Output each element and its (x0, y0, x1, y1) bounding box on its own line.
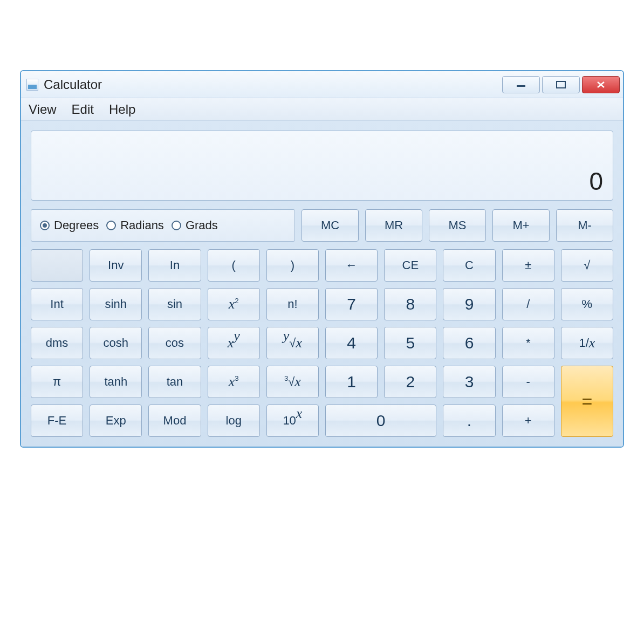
svg-rect-1 (557, 81, 565, 88)
log-button[interactable]: log (208, 405, 260, 437)
equals-button[interactable]: = (561, 366, 613, 437)
radio-icon (106, 221, 116, 230)
int-button[interactable]: Int (31, 288, 83, 320)
menu-help[interactable]: Help (109, 102, 135, 117)
ce-button[interactable]: CE (384, 249, 436, 282)
factorial-button[interactable]: n! (266, 288, 319, 320)
percent-button[interactable]: % (561, 288, 613, 320)
svg-rect-0 (517, 85, 525, 87)
mr-button[interactable]: MR (365, 209, 422, 242)
cosh-button[interactable]: cosh (90, 327, 142, 359)
c-button[interactable]: C (443, 249, 495, 282)
digit-4-button[interactable]: 4 (325, 327, 378, 359)
cube-root-button[interactable]: 3√x (266, 366, 319, 398)
radio-icon (172, 221, 181, 230)
x-power-y-button[interactable]: xy (208, 327, 260, 359)
reciprocal-button[interactable]: 1/x (561, 327, 613, 359)
backspace-button[interactable]: ← (325, 249, 378, 282)
tanh-button[interactable]: tanh (90, 366, 142, 398)
cos-button[interactable]: cos (148, 327, 201, 359)
decimal-button[interactable]: . (443, 405, 495, 437)
menu-edit[interactable]: Edit (72, 102, 94, 117)
sinh-button[interactable]: sinh (90, 288, 142, 320)
divide-button[interactable]: / (502, 288, 554, 320)
ten-power-x-button[interactable]: 10x (266, 405, 319, 437)
maximize-icon (556, 81, 566, 88)
digit-9-button[interactable]: 9 (443, 288, 495, 320)
display: 0 (31, 131, 613, 201)
minimize-icon (516, 82, 526, 87)
lparen-button[interactable]: ( (208, 249, 260, 282)
blank-button[interactable] (31, 249, 83, 282)
radio-radians[interactable]: Radians (106, 218, 164, 232)
radio-grads[interactable]: Grads (172, 218, 218, 232)
digit-5-button[interactable]: 5 (384, 327, 436, 359)
window-title: Calculator (44, 77, 502, 92)
exp-button[interactable]: Exp (90, 405, 142, 437)
mc-button[interactable]: MC (302, 209, 359, 242)
pi-button[interactable]: π (31, 366, 83, 398)
mplus-button[interactable]: M+ (492, 209, 550, 242)
mminus-button[interactable]: M- (556, 209, 613, 242)
subtract-button[interactable]: - (502, 366, 554, 398)
x-cubed-button[interactable]: x3 (208, 366, 260, 398)
digit-7-button[interactable]: 7 (325, 288, 378, 320)
mod-button[interactable]: Mod (148, 405, 201, 437)
ln-button[interactable]: In (148, 249, 201, 282)
display-value: 0 (589, 167, 603, 196)
calculator-window: Calculator View Edit Help 0 Degrees Radi… (20, 70, 624, 448)
memory-row: MC MR MS M+ M- (302, 209, 613, 242)
digit-0-button[interactable]: 0 (325, 405, 436, 437)
close-icon (596, 81, 606, 88)
digit-2-button[interactable]: 2 (384, 366, 436, 398)
calculator-icon (26, 79, 38, 91)
digit-1-button[interactable]: 1 (325, 366, 378, 398)
y-root-x-button[interactable]: y√x (266, 327, 319, 359)
rparen-button[interactable]: ) (266, 249, 319, 282)
add-button[interactable]: + (502, 405, 554, 437)
radio-dot-icon (40, 221, 50, 230)
dms-button[interactable]: dms (31, 327, 83, 359)
top-row: Degrees Radians Grads MC MR MS M+ M- (31, 209, 613, 242)
maximize-button[interactable] (542, 76, 580, 93)
menu-view[interactable]: View (29, 102, 57, 117)
plusminus-button[interactable]: ± (502, 249, 554, 282)
multiply-button[interactable]: * (502, 327, 554, 359)
tan-button[interactable]: tan (148, 366, 201, 398)
angle-mode-box: Degrees Radians Grads (31, 209, 295, 242)
sqrt-button[interactable]: √ (561, 249, 613, 282)
ms-button[interactable]: MS (429, 209, 486, 242)
minimize-button[interactable] (502, 76, 540, 93)
keypad: Inv In ( ) ← CE C ± √ Int sinh sin x2 n!… (31, 249, 613, 437)
digit-3-button[interactable]: 3 (443, 366, 495, 398)
menubar: View Edit Help (21, 98, 623, 121)
digit-8-button[interactable]: 8 (384, 288, 436, 320)
digit-6-button[interactable]: 6 (443, 327, 495, 359)
inv-button[interactable]: Inv (90, 249, 142, 282)
sin-button[interactable]: sin (148, 288, 201, 320)
x-squared-button[interactable]: x2 (208, 288, 260, 320)
close-button[interactable] (582, 76, 620, 93)
client-area: 0 Degrees Radians Grads MC MR MS M+ M- I… (21, 121, 623, 447)
window-controls (502, 76, 620, 93)
radio-degrees[interactable]: Degrees (40, 218, 99, 232)
titlebar[interactable]: Calculator (21, 71, 623, 98)
fe-button[interactable]: F-E (31, 405, 83, 437)
